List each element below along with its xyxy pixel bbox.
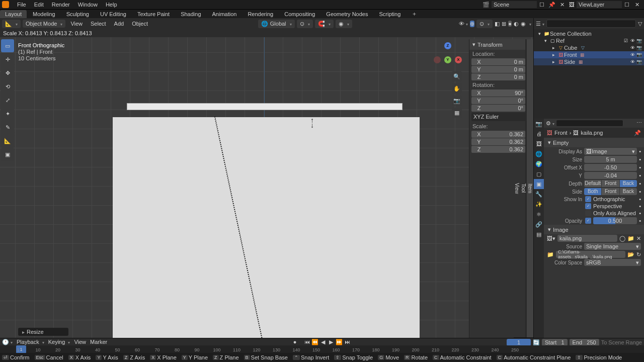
prop-tab-output[interactable]: 🖨 xyxy=(534,129,544,139)
outliner-row-collection[interactable]: ▾▢Ref☑👁📷 xyxy=(534,37,644,44)
jump-start-button[interactable]: ⏮ xyxy=(303,339,310,345)
outliner-search-input[interactable] xyxy=(546,20,636,28)
prop-tab-physics[interactable]: ⚛ xyxy=(534,209,544,219)
fake-user-button[interactable]: ◯ xyxy=(619,235,625,242)
current-frame-field[interactable]: 1 xyxy=(507,339,531,346)
outliner-row-scene-collection[interactable]: ▾📁Scene Collection xyxy=(534,30,644,37)
to-scene-range-button[interactable]: To Scene Range xyxy=(601,339,642,345)
outliner-editor-icon[interactable]: ☰ xyxy=(536,21,544,27)
end-frame-field[interactable]: End 250 xyxy=(570,339,599,346)
tool-add-cube[interactable]: ▣ xyxy=(1,148,14,161)
viewport-canvas[interactable]: ↑↓ ▭ ✛ ✥ ⟲ ⤢ ✦ ✎ 📐 ▣ Front Orthographic … xyxy=(0,37,533,338)
editor-type-icon[interactable]: ⚙ xyxy=(546,120,554,126)
timeline-playback-menu[interactable]: Playback xyxy=(17,339,44,345)
gizmo-neg-x-axis[interactable] xyxy=(434,56,441,63)
filepath-field[interactable]: C:\Git\arra-assets...s\kaila_..\kaila.pn… xyxy=(556,251,625,258)
prop-tab-scene[interactable]: 🌐 xyxy=(534,149,544,159)
last-operator-hint[interactable]: ▸ Resize xyxy=(18,328,68,336)
menu-file[interactable]: File xyxy=(13,2,30,8)
scene-pin-button[interactable]: 📌 xyxy=(547,0,556,9)
shading-solid-button[interactable]: ● xyxy=(508,21,512,27)
shading-options-dropdown[interactable] xyxy=(528,21,531,27)
vp-menu-add[interactable]: Add xyxy=(111,21,127,27)
breadcrumb-data[interactable]: kaila.png xyxy=(581,130,603,136)
opacity-slider[interactable]: 0.500 xyxy=(593,217,637,224)
image-datablock-icon[interactable]: 🖼▾ xyxy=(547,235,555,242)
depth-default-button[interactable]: Default xyxy=(584,180,602,187)
opacity-enable-checkbox[interactable]: ✓ xyxy=(585,218,591,224)
shading-matprev-button[interactable]: ◐ xyxy=(514,21,519,27)
outliner-row-front[interactable]: ▸🖼Front▦👁📷 xyxy=(534,51,644,58)
menu-window[interactable]: Window xyxy=(74,2,102,8)
tab-geometry-nodes[interactable]: Geometry Nodes xyxy=(321,10,373,18)
timeline-keying-menu[interactable]: Keying xyxy=(48,339,70,345)
prop-tab-data[interactable]: ▤ xyxy=(534,229,544,239)
tool-annotate[interactable]: ✎ xyxy=(1,121,14,134)
show-orthographic-checkbox[interactable]: ✓Orthographic xyxy=(584,196,625,202)
render-icon[interactable]: 📷 xyxy=(636,45,642,50)
eye-icon[interactable]: 👁 xyxy=(629,45,635,50)
tool-cursor[interactable]: ✛ xyxy=(1,53,14,66)
jump-next-key-button[interactable]: ⏩ xyxy=(336,339,343,345)
tool-select-box[interactable]: ▭ xyxy=(1,39,14,52)
start-frame-field[interactable]: Start 1 xyxy=(542,339,568,346)
tab-modeling[interactable]: Modeling xyxy=(28,10,60,18)
autokey-button[interactable]: ● xyxy=(293,339,297,345)
outliner-row-side[interactable]: ▸🖼Side▦👁📷 xyxy=(534,58,644,65)
gizmo-y-axis[interactable]: Y xyxy=(444,56,451,63)
pin-icon[interactable]: 📌 xyxy=(634,130,641,136)
empty-panel-header[interactable]: ▾ Empty xyxy=(544,138,644,147)
play-button[interactable]: ▶ xyxy=(328,339,335,345)
tab-compositing[interactable]: Compositing xyxy=(279,10,320,18)
sync-icon[interactable]: 🔄 xyxy=(533,339,540,346)
n-tab-tool[interactable]: Tool xyxy=(520,39,527,338)
gizmo-z-axis[interactable]: Z xyxy=(444,42,451,49)
timeline-marker-menu[interactable]: Marker xyxy=(90,339,107,345)
orientation-dropdown[interactable]: 🌐 Global xyxy=(258,20,295,28)
eye-icon[interactable]: 👁 xyxy=(629,52,635,57)
prop-tab-world[interactable]: 🌍 xyxy=(534,159,544,169)
snap-dropdown[interactable]: 🧲 xyxy=(315,20,334,28)
eye-icon[interactable]: 👁 xyxy=(629,38,635,43)
prop-tab-render[interactable]: 📷 xyxy=(534,119,544,129)
open-image-button[interactable]: 📁 xyxy=(627,235,634,242)
tool-transform[interactable]: ✦ xyxy=(1,107,14,120)
browse-button[interactable]: 📂 xyxy=(627,251,634,258)
tab-scripting[interactable]: Scripting xyxy=(374,10,406,18)
image-panel-header[interactable]: ▾ Image xyxy=(544,225,644,234)
menu-render[interactable]: Render xyxy=(48,2,74,8)
tab-uv-editing[interactable]: UV Editing xyxy=(95,10,131,18)
jump-end-button[interactable]: ⏭ xyxy=(344,339,351,345)
prop-tab-modifiers[interactable]: 🔧 xyxy=(534,189,544,199)
jump-prev-key-button[interactable]: ⏪ xyxy=(311,339,318,345)
vp-menu-select[interactable]: Select xyxy=(88,21,109,27)
menu-edit[interactable]: Edit xyxy=(30,2,48,8)
tool-rotate[interactable]: ⟲ xyxy=(1,80,14,93)
checkbox-icon[interactable]: ☑ xyxy=(623,38,629,43)
source-dropdown[interactable]: Single Image▾ xyxy=(584,243,641,250)
show-perspective-checkbox[interactable]: ✓Perspective xyxy=(584,203,622,209)
tab-sculpting[interactable]: Sculpting xyxy=(61,10,94,18)
shading-wireframe-button[interactable]: ⊞ xyxy=(502,21,506,27)
size-field[interactable]: 5 m xyxy=(584,156,637,163)
viewlayer-new-button[interactable]: ☐ xyxy=(622,0,631,9)
eye-icon[interactable]: 👁 xyxy=(629,59,635,64)
properties-search-input[interactable] xyxy=(556,120,623,127)
tab-layout[interactable]: Layout xyxy=(0,10,27,18)
menu-help[interactable]: Help xyxy=(102,2,121,8)
colorspace-dropdown[interactable]: sRGB▾ xyxy=(584,259,641,266)
reload-button[interactable]: ↻ xyxy=(636,251,641,258)
xray-button[interactable]: ◧ xyxy=(495,21,500,27)
show-overlays-button[interactable]: ⊕ xyxy=(470,21,474,27)
perspective-toggle-button[interactable]: ▦ xyxy=(452,108,462,118)
unlink-image-button[interactable]: ✕ xyxy=(636,235,641,242)
only-axis-aligned-checkbox[interactable]: Only Axis Aligned xyxy=(584,210,636,216)
render-icon[interactable]: 📷 xyxy=(636,38,642,43)
offset-y-field[interactable]: -0.04 xyxy=(584,172,637,179)
prop-tab-constraints[interactable]: 🔗 xyxy=(534,219,544,229)
prop-tab-collection[interactable]: ▢ xyxy=(534,169,544,179)
zoom-button[interactable]: 🔍 xyxy=(452,71,462,81)
vp-menu-object[interactable]: Object xyxy=(129,21,151,27)
depth-back-button[interactable]: Back xyxy=(620,180,637,187)
scene-name-input[interactable] xyxy=(492,1,537,8)
